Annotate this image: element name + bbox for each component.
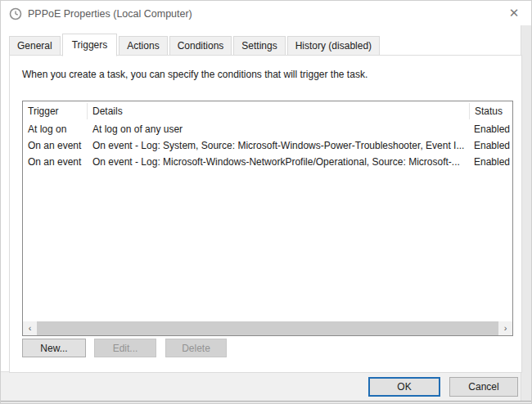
scrollbar-thumb[interactable]: [37, 321, 498, 335]
column-header-status[interactable]: Status: [469, 103, 512, 119]
cell-status: Enabled: [469, 123, 512, 135]
dialog-footer: OK Cancel: [1, 371, 531, 401]
task-scheduler-clock-icon: [9, 7, 22, 20]
tab-triggers[interactable]: Triggers: [62, 34, 118, 56]
table-row[interactable]: On an event On event - Log: Microsoft-Wi…: [23, 154, 512, 170]
list-header: Trigger Details Status: [23, 101, 512, 121]
cell-details: On event - Log: Microsoft-Windows-Networ…: [88, 156, 469, 168]
tab-general[interactable]: General: [9, 36, 61, 56]
cell-trigger: On an event: [23, 156, 88, 168]
dialog-window: PPPoE Properties (Local Computer) ✕ Gene…: [0, 0, 532, 404]
cell-status: Enabled: [469, 156, 512, 168]
ok-button[interactable]: OK: [368, 377, 440, 397]
cell-trigger: On an event: [23, 140, 88, 151]
column-header-details[interactable]: Details: [88, 103, 469, 119]
triggers-list: Trigger Details Status At log on At log …: [22, 101, 513, 336]
table-row[interactable]: At log on At log on of any user Enabled: [23, 121, 512, 137]
scroll-left-icon[interactable]: ‹: [23, 321, 37, 335]
cell-details: At log on of any user: [88, 123, 469, 135]
close-icon[interactable]: ✕: [503, 4, 525, 22]
edit-button: Edit...: [94, 339, 156, 357]
tab-strip: General Triggers Actions Conditions Sett…: [9, 35, 521, 56]
window-title: PPPoE Properties (Local Computer): [28, 8, 192, 20]
new-button[interactable]: New...: [22, 339, 86, 357]
title-bar: PPPoE Properties (Local Computer) ✕: [1, 1, 531, 26]
tab-actions[interactable]: Actions: [119, 36, 167, 56]
delete-button: Delete: [165, 339, 227, 357]
cell-details: On event - Log: System, Source: Microsof…: [88, 140, 469, 151]
cell-trigger: At log on: [23, 123, 88, 135]
horizontal-scrollbar[interactable]: ‹ ›: [23, 321, 512, 335]
tab-conditions[interactable]: Conditions: [169, 36, 232, 56]
tab-settings[interactable]: Settings: [233, 36, 285, 56]
column-header-trigger[interactable]: Trigger: [23, 103, 88, 119]
bottom-edge-strip: [1, 401, 531, 403]
scroll-right-icon[interactable]: ›: [498, 321, 512, 335]
table-row[interactable]: On an event On event - Log: System, Sour…: [23, 137, 512, 154]
cancel-button[interactable]: Cancel: [449, 377, 518, 397]
triggers-tab-page: When you create a task, you can specify …: [9, 55, 522, 373]
tab-history[interactable]: History (disabled): [287, 36, 380, 56]
cell-status: Enabled: [469, 140, 512, 151]
triggers-description: When you create a task, you can specify …: [22, 69, 509, 80]
